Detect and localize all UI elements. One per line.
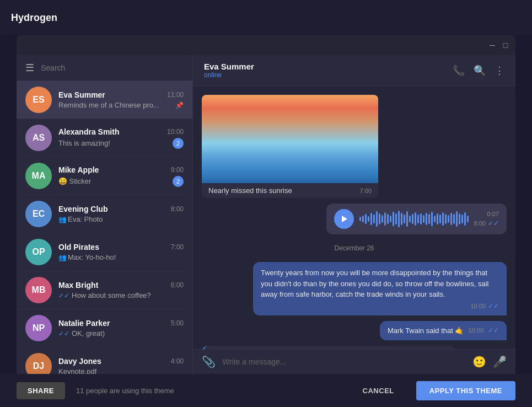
wave-bar [365, 214, 367, 224]
wave-bar [450, 213, 452, 225]
chat-info: Mike Apple 9:00 😀 Sticker 2 [58, 165, 184, 187]
long-text-bubble: Twenty years from now you will be more d… [253, 262, 507, 315]
chat-name: Davy Jones [58, 357, 101, 366]
title-bar: Hydrogen [0, 0, 532, 35]
maximize-button[interactable]: □ [501, 41, 510, 50]
wave-bar [437, 213, 438, 224]
search-icon[interactable]: 🔍 [474, 65, 486, 77]
wave-bar [362, 216, 364, 222]
wave-bar [467, 216, 469, 222]
wave-bar [423, 215, 424, 223]
wave-bar [445, 214, 447, 224]
chat-item-davy-jones[interactable]: DJ Davy Jones 4:00 Keynote.pdf [17, 347, 192, 374]
chat-item-mike-apple[interactable]: MA Mike Apple 9:00 😀 Sticker 2 [17, 157, 192, 195]
date-separator: December 26 [202, 244, 507, 252]
minimize-button[interactable]: ─ [488, 41, 497, 50]
chat-name-row: Old Pirates 7:00 [58, 243, 184, 251]
more-icon[interactable]: ⋮ [495, 65, 504, 77]
chat-name: Alexandra Smith [58, 127, 119, 136]
main-container: ─ □ ☰ ES Eva Summer 11:00 Reminds me of … [0, 35, 532, 374]
voice-duration: 0:07 [487, 211, 499, 217]
long-text: Twenty years from now you will be more d… [261, 267, 499, 300]
apply-button[interactable]: APPLY THIS THEME [416, 381, 515, 400]
message-image [202, 95, 378, 183]
chat-preview: ✓✓How about some coffee? [58, 291, 151, 299]
bottom-bar: SHARE 11 people are using this theme CAN… [0, 374, 532, 407]
menu-icon[interactable]: ☰ [25, 62, 34, 74]
wave-bar [420, 213, 422, 224]
unread-badge: 2 [173, 176, 184, 187]
chat-preview-row: Keynote.pdf [58, 367, 184, 374]
chat-item-evening-club[interactable]: EC Evening Club 8:00 👥Eva: Photo [17, 195, 192, 233]
cancel-button[interactable]: CANCEL [352, 382, 405, 399]
voice-info: 0:07 8:00 ✓✓ [474, 211, 499, 227]
wave-bar [426, 213, 427, 225]
theme-users-text: 11 people are using this theme [76, 387, 174, 395]
caption-text: Nearly missed this sunrise [208, 186, 292, 195]
chat-info: Alexandra Smith 10:00 This is amazing! 2 [58, 127, 184, 149]
chat-preview: 👥Max: Yo-ho-ho! [58, 253, 116, 261]
chat-item-natalie-parker[interactable]: NP Natalie Parker 5:00 ✓✓OK, great) [17, 309, 192, 347]
voice-duration-row: 0:07 [487, 211, 499, 217]
chat-name-row: Natalie Parker 5:00 [58, 319, 184, 328]
wave-bar [406, 211, 408, 227]
sidebar-header: ☰ [17, 55, 192, 81]
chat-list: ES Eva Summer 11:00 Reminds me of a Chin… [17, 81, 192, 374]
wave-bar [390, 216, 391, 222]
chat-input-area: 📎 🙂 🎤 [193, 349, 515, 374]
play-button[interactable] [334, 209, 354, 229]
chat-item-eva-summer[interactable]: ES Eva Summer 11:00 Reminds me of a Chin… [17, 81, 192, 119]
chat-info: Old Pirates 7:00 👥Max: Yo-ho-ho! [58, 243, 184, 261]
chat-preview-row: 😀 Sticker 2 [58, 176, 184, 187]
wave-bar [434, 216, 436, 222]
window-titlebar: ─ □ [17, 35, 515, 55]
avatar: MA [25, 163, 52, 189]
wave-bar [370, 213, 372, 225]
short-text: Mark Twain said that 🤙 [388, 325, 464, 336]
short-text-check-icon: ✓✓ [488, 326, 499, 334]
chat-time: 10:00 [167, 128, 184, 136]
phone-icon[interactable]: 📞 [453, 65, 465, 77]
emoji-icon[interactable]: 🙂 [472, 355, 486, 368]
avatar: OP [25, 239, 52, 265]
pin-icon: 📌 [175, 101, 184, 109]
chat-item-max-bright[interactable]: MB Max Bright 6:00 ✓✓How about some coff… [17, 271, 192, 309]
wave-bar [401, 213, 402, 225]
wave-bar [464, 212, 466, 226]
chat-name: Eva Summer [58, 90, 105, 99]
chat-item-old-pirates[interactable]: OP Old Pirates 7:00 👥Max: Yo-ho-ho! [17, 233, 192, 271]
chat-preview: Keynote.pdf [58, 367, 96, 374]
share-button[interactable]: SHARE [17, 382, 65, 399]
wave-bar [431, 212, 433, 226]
wave-bar [404, 215, 405, 223]
chat-time: 9:00 [171, 166, 184, 174]
attach-icon[interactable]: 📎 [202, 355, 216, 368]
chat-header-info: Eva Summer online [204, 62, 254, 79]
chat-item-alexandra-smith[interactable]: AS Alexandra Smith 10:00 This is amazing… [17, 119, 192, 157]
chat-area: Eva Summer online 📞 🔍 ⋮ [193, 55, 515, 374]
chat-name-row: Alexandra Smith 10:00 [58, 127, 184, 136]
unread-badge: 2 [173, 138, 184, 149]
chat-name-row: Max Bright 6:00 [58, 281, 184, 290]
image-inner [202, 95, 378, 183]
short-text-time: 10:00 [468, 327, 483, 334]
chat-time: 5:00 [171, 319, 184, 327]
chat-info: Eva Summer 11:00 Reminds me of a Chinese… [58, 90, 184, 109]
chat-name-row: Mike Apple 9:00 [58, 165, 184, 174]
message-input[interactable] [222, 357, 466, 366]
image-time: 7:00 [360, 188, 372, 194]
mic-icon[interactable]: 🎤 [493, 355, 507, 368]
wave-bar [461, 215, 463, 223]
avatar: AS [25, 125, 52, 151]
wave-bar [379, 213, 380, 224]
avatar: MB [25, 277, 52, 303]
chat-name: Evening Club [58, 205, 108, 213]
wave-bar [459, 213, 460, 224]
chat-preview-row: This is amazing! 2 [58, 138, 184, 149]
avatar: DJ [25, 353, 52, 374]
search-input[interactable] [41, 63, 184, 72]
voice-check-icon: ✓✓ [488, 219, 499, 227]
short-bubble: Mark Twain said that 🤙 10:00 ✓✓ [380, 321, 507, 341]
chat-preview: 😀 Sticker [58, 177, 91, 185]
wave-bar [456, 211, 458, 227]
